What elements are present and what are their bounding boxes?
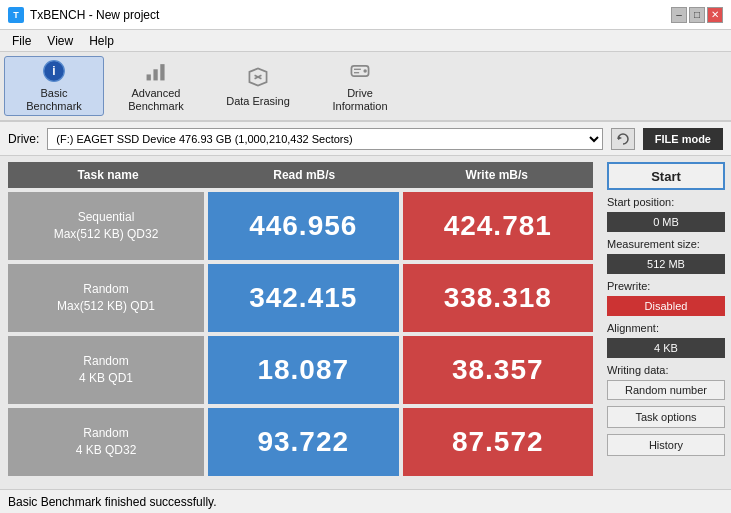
start-position-value[interactable]: 0 MB	[607, 212, 725, 232]
read-cell-1: 342.415	[208, 264, 399, 332]
write-cell-2: 38.357	[403, 336, 594, 404]
measurement-size-label: Measurement size:	[607, 238, 725, 250]
advanced-benchmark-label: AdvancedBenchmark	[128, 87, 184, 113]
read-cell-0: 446.956	[208, 192, 399, 260]
right-panel: Start Start position: 0 MB Measurement s…	[601, 156, 731, 489]
table-row: Random4 KB QD32 93.722 87.572	[8, 408, 593, 476]
table-row: Random4 KB QD1 18.087 38.357	[8, 336, 593, 404]
title-bar-left: T TxBENCH - New project	[8, 7, 159, 23]
task-label-0: SequentialMax(512 KB) QD32	[54, 209, 159, 243]
task-cell-0: SequentialMax(512 KB) QD32	[8, 192, 204, 260]
maximize-button[interactable]: □	[689, 7, 705, 23]
read-cell-3: 93.722	[208, 408, 399, 476]
table-row: SequentialMax(512 KB) QD32 446.956 424.7…	[8, 192, 593, 260]
table-header: Task name Read mB/s Write mB/s	[8, 162, 593, 188]
window-title: TxBENCH - New project	[30, 8, 159, 22]
history-button[interactable]: History	[607, 434, 725, 456]
drive-bar: Drive: (F:) EAGET SSD Device 476.93 GB (…	[0, 122, 731, 156]
write-cell-0: 424.781	[403, 192, 594, 260]
writing-data-label: Writing data:	[607, 364, 725, 376]
drive-information-icon	[346, 59, 374, 83]
menu-bar: File View Help	[0, 30, 731, 52]
drive-refresh-button[interactable]	[611, 128, 635, 150]
advanced-benchmark-icon	[142, 59, 170, 83]
col-header-task: Task name	[8, 168, 208, 182]
menu-view[interactable]: View	[39, 32, 81, 50]
main-area: Task name Read mB/s Write mB/s Sequentia…	[0, 156, 731, 489]
svg-rect-4	[160, 64, 164, 80]
status-text: Basic Benchmark finished successfully.	[8, 495, 217, 509]
writing-data-value[interactable]: Random number	[607, 380, 725, 400]
task-cell-1: RandomMax(512 KB) QD1	[8, 264, 204, 332]
col-header-read: Read mB/s	[208, 168, 401, 182]
start-position-label: Start position:	[607, 196, 725, 208]
data-erasing-icon	[244, 63, 272, 91]
drive-information-label: DriveInformation	[332, 87, 387, 113]
svg-marker-12	[618, 136, 622, 140]
task-cell-2: Random4 KB QD1	[8, 336, 204, 404]
read-cell-2: 18.087	[208, 336, 399, 404]
task-options-button[interactable]: Task options	[607, 406, 725, 428]
status-bar: Basic Benchmark finished successfully.	[0, 489, 731, 513]
menu-help[interactable]: Help	[81, 32, 122, 50]
drive-select[interactable]: (F:) EAGET SSD Device 476.93 GB (1,000,2…	[47, 128, 602, 150]
svg-rect-2	[147, 74, 151, 80]
prewrite-label: Prewrite:	[607, 280, 725, 292]
minimize-button[interactable]: –	[671, 7, 687, 23]
toolbar-data-erasing[interactable]: Data Erasing	[208, 56, 308, 116]
measurement-size-value[interactable]: 512 MB	[607, 254, 725, 274]
col-header-write: Write mB/s	[401, 168, 594, 182]
alignment-label: Alignment:	[607, 322, 725, 334]
prewrite-value[interactable]: Disabled	[607, 296, 725, 316]
svg-point-9	[363, 69, 366, 72]
svg-text:i: i	[52, 64, 55, 78]
task-label-1: RandomMax(512 KB) QD1	[57, 281, 155, 315]
toolbar-basic-benchmark[interactable]: i BasicBenchmark	[4, 56, 104, 116]
drive-label: Drive:	[8, 132, 39, 146]
title-bar: T TxBENCH - New project – □ ✕	[0, 0, 731, 30]
task-cell-3: Random4 KB QD32	[8, 408, 204, 476]
file-mode-button[interactable]: FILE mode	[643, 128, 723, 150]
menu-file[interactable]: File	[4, 32, 39, 50]
task-label-3: Random4 KB QD32	[76, 425, 137, 459]
toolbar: i BasicBenchmark AdvancedBenchmark Data …	[0, 52, 731, 122]
basic-benchmark-icon: i	[40, 59, 68, 83]
table-row: RandomMax(512 KB) QD1 342.415 338.318	[8, 264, 593, 332]
toolbar-advanced-benchmark[interactable]: AdvancedBenchmark	[106, 56, 206, 116]
window-controls: – □ ✕	[671, 7, 723, 23]
svg-rect-3	[153, 69, 157, 80]
basic-benchmark-label: BasicBenchmark	[26, 87, 82, 113]
write-cell-1: 338.318	[403, 264, 594, 332]
start-button[interactable]: Start	[607, 162, 725, 190]
app-icon: T	[8, 7, 24, 23]
write-cell-3: 87.572	[403, 408, 594, 476]
close-button[interactable]: ✕	[707, 7, 723, 23]
task-label-2: Random4 KB QD1	[79, 353, 133, 387]
benchmark-table: Task name Read mB/s Write mB/s Sequentia…	[0, 156, 601, 489]
alignment-value[interactable]: 4 KB	[607, 338, 725, 358]
toolbar-drive-information[interactable]: DriveInformation	[310, 56, 410, 116]
data-erasing-label: Data Erasing	[226, 95, 290, 108]
